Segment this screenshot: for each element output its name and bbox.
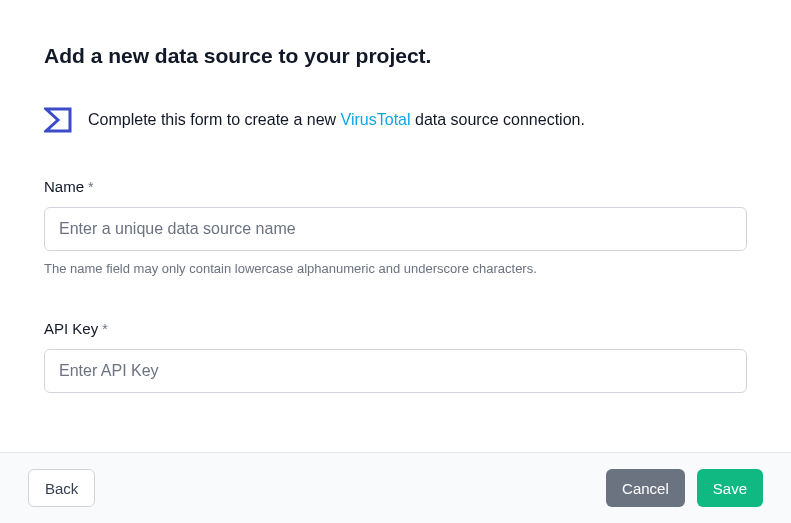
- banner-prefix: Complete this form to create a new: [88, 111, 341, 128]
- name-input[interactable]: [44, 207, 747, 251]
- name-label-row: Name *: [44, 178, 747, 195]
- name-help-text: The name field may only contain lowercas…: [44, 261, 747, 276]
- back-button[interactable]: Back: [28, 469, 95, 507]
- save-button[interactable]: Save: [697, 469, 763, 507]
- required-indicator: *: [102, 321, 107, 337]
- footer-right-actions: Cancel Save: [606, 469, 763, 507]
- banner-text: Complete this form to create a new Virus…: [88, 111, 585, 129]
- name-label: Name: [44, 178, 84, 195]
- dialog-footer: Back Cancel Save: [0, 452, 791, 523]
- form-content: Add a new data source to your project. C…: [0, 0, 791, 452]
- api-key-field-group: API Key *: [44, 320, 747, 393]
- cancel-button[interactable]: Cancel: [606, 469, 685, 507]
- api-key-input[interactable]: [44, 349, 747, 393]
- name-field-group: Name * The name field may only contain l…: [44, 178, 747, 276]
- api-key-label-row: API Key *: [44, 320, 747, 337]
- required-indicator: *: [88, 179, 93, 195]
- api-key-label: API Key: [44, 320, 98, 337]
- banner-suffix: data source connection.: [411, 111, 585, 128]
- provider-link[interactable]: VirusTotal: [341, 111, 411, 128]
- virustotal-logo-icon: [44, 106, 72, 134]
- info-banner: Complete this form to create a new Virus…: [44, 106, 747, 134]
- page-title: Add a new data source to your project.: [44, 44, 747, 68]
